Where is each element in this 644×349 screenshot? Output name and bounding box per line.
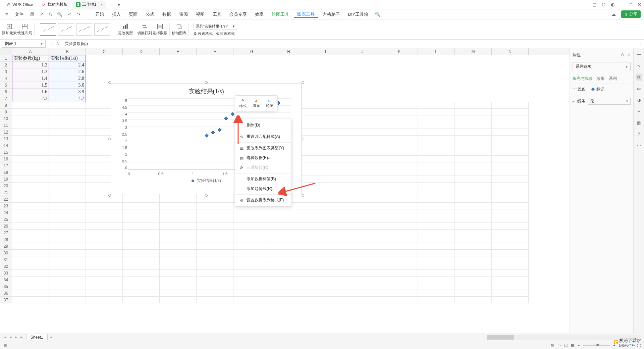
- cell[interactable]: [381, 263, 418, 270]
- cell[interactable]: [12, 156, 49, 162]
- cube-icon[interactable]: ⬡: [602, 2, 605, 7]
- cell[interactable]: [344, 189, 381, 196]
- cell[interactable]: [123, 223, 160, 230]
- row-header[interactable]: 37: [0, 297, 12, 303]
- cell[interactable]: [418, 230, 455, 236]
- cell[interactable]: [160, 216, 197, 223]
- cell[interactable]: [492, 209, 529, 216]
- cell[interactable]: [455, 230, 492, 236]
- tab-effect[interactable]: 效果: [597, 76, 605, 82]
- cell[interactable]: [12, 256, 49, 263]
- cell[interactable]: 2.8: [49, 75, 86, 82]
- cell[interactable]: [307, 122, 344, 129]
- view-normal-icon[interactable]: ⊞: [551, 343, 554, 347]
- ctx-add-trendline[interactable]: 添加趋势线(R)...: [235, 184, 291, 194]
- cell[interactable]: [381, 290, 418, 297]
- cell[interactable]: [160, 256, 197, 263]
- cell[interactable]: [86, 236, 123, 243]
- cell[interactable]: [233, 297, 270, 303]
- cell[interactable]: [344, 236, 381, 243]
- cell[interactable]: [86, 223, 123, 230]
- cell[interactable]: [492, 203, 529, 209]
- cell[interactable]: [455, 250, 492, 256]
- cell[interactable]: [381, 162, 418, 169]
- cell[interactable]: [86, 283, 123, 290]
- cell[interactable]: [307, 230, 344, 236]
- cell[interactable]: [12, 277, 49, 283]
- cell[interactable]: [197, 223, 233, 230]
- cell[interactable]: [160, 297, 197, 303]
- cell[interactable]: [86, 270, 123, 277]
- cell[interactable]: [492, 189, 529, 196]
- cell[interactable]: [418, 203, 455, 209]
- line-option[interactable]: 〰 线条: [573, 87, 586, 92]
- cell[interactable]: [381, 236, 418, 243]
- cell[interactable]: [418, 169, 455, 176]
- cell[interactable]: [160, 290, 197, 297]
- expand-formula-icon[interactable]: ⌄: [635, 42, 644, 46]
- cell[interactable]: [12, 142, 49, 149]
- mini-outline-button[interactable]: ▭ 轮廓: [263, 97, 276, 110]
- cell[interactable]: [418, 115, 455, 122]
- cell[interactable]: [455, 109, 492, 115]
- row-header[interactable]: 17: [0, 162, 12, 169]
- cell[interactable]: [160, 270, 197, 277]
- cell[interactable]: [160, 223, 197, 230]
- cell[interactable]: [270, 277, 307, 283]
- cell[interactable]: [307, 149, 344, 156]
- cell[interactable]: 1.6: [12, 89, 49, 95]
- pin-icon[interactable]: ⊙: [621, 52, 624, 57]
- cell[interactable]: [49, 189, 86, 196]
- cell[interactable]: [492, 156, 529, 162]
- menu-diy[interactable]: DIY工具箱: [345, 11, 372, 17]
- cell[interactable]: [307, 156, 344, 162]
- row-header[interactable]: 8: [0, 102, 12, 109]
- cell[interactable]: [123, 283, 160, 290]
- cell[interactable]: [123, 203, 160, 209]
- cell[interactable]: [344, 156, 381, 162]
- cell[interactable]: [307, 203, 344, 209]
- cell[interactable]: [307, 209, 344, 216]
- cell[interactable]: [381, 277, 418, 283]
- more-icon[interactable]: ⋯: [636, 142, 642, 149]
- cell[interactable]: [307, 183, 344, 189]
- sheet-nav-prev[interactable]: ◂: [9, 335, 12, 339]
- cell[interactable]: [418, 142, 455, 149]
- menu-grid[interactable]: 方格格子: [319, 11, 343, 17]
- cell[interactable]: [197, 290, 233, 297]
- cell[interactable]: [492, 136, 529, 142]
- cell[interactable]: [160, 283, 197, 290]
- zoom-icon[interactable]: ⊕: [50, 42, 54, 46]
- cell[interactable]: [492, 102, 529, 109]
- cell[interactable]: [381, 223, 418, 230]
- cell[interactable]: [381, 115, 418, 122]
- cell[interactable]: [381, 136, 418, 142]
- switch-rc-button[interactable]: 切换行列: [137, 23, 152, 36]
- cell[interactable]: [344, 196, 381, 203]
- cell[interactable]: [197, 216, 233, 223]
- row-header[interactable]: 5: [0, 82, 12, 89]
- cell[interactable]: [49, 122, 86, 129]
- mini-style-button[interactable]: ✎ 样式: [236, 97, 249, 110]
- cell[interactable]: [418, 223, 455, 230]
- cell[interactable]: [123, 209, 160, 216]
- reset-style-button[interactable]: ⟲ 重置样式: [216, 31, 235, 36]
- col-header[interactable]: L: [418, 48, 455, 55]
- save-icon[interactable]: 🗐: [28, 12, 37, 17]
- cell[interactable]: [492, 270, 529, 277]
- cell[interactable]: [160, 236, 197, 243]
- cell[interactable]: [123, 290, 160, 297]
- cell[interactable]: [455, 243, 492, 250]
- cell[interactable]: [381, 189, 418, 196]
- cell[interactable]: [49, 230, 86, 236]
- cell[interactable]: [123, 256, 160, 263]
- cell[interactable]: [233, 230, 270, 236]
- cell[interactable]: [455, 236, 492, 243]
- cell[interactable]: [160, 209, 197, 216]
- cell[interactable]: [12, 102, 49, 109]
- fx-icon[interactable]: fx: [56, 42, 59, 46]
- row-header[interactable]: 7: [0, 95, 12, 102]
- cell[interactable]: [307, 297, 344, 303]
- cell[interactable]: [307, 115, 344, 122]
- cell[interactable]: [455, 189, 492, 196]
